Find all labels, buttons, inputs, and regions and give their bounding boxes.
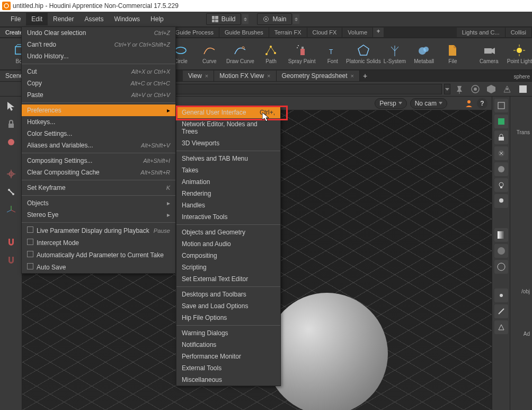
menu-item[interactable]: PasteAlt+V or Ctrl+V [22,89,175,101]
shelf-tab[interactable]: Terrain FX [269,28,307,37]
desktop-updown[interactable] [242,14,249,24]
submenu-item[interactable]: External Tools [176,362,280,374]
display-opt-2[interactable] [494,115,508,128]
magnet-icon[interactable] [4,234,19,249]
tool-platonic[interactable]: Platonic Solids [351,43,376,64]
display-sphere-icon[interactable] [494,162,508,176]
radial-updown[interactable] [293,14,299,24]
bones-icon[interactable] [4,185,19,199]
help-icon[interactable]: ? [477,98,487,109]
menu-help[interactable]: Help [145,13,169,25]
menu-item[interactable]: Preferences▸ [22,104,175,116]
select-icon[interactable] [4,99,19,114]
camera-frame-icon[interactable] [500,83,514,95]
display-bulb-icon[interactable] [494,178,508,192]
display-lock-icon[interactable] [494,130,508,144]
shading-1[interactable] [494,228,508,242]
menu-windows[interactable]: Windows [109,13,145,25]
close-icon[interactable]: × [205,73,208,79]
tool-camera[interactable]: Camera [478,43,500,64]
desktop-selector[interactable]: Build [206,13,242,25]
submenu-item[interactable]: Notifications [176,339,280,351]
magnet2-icon[interactable] [4,252,19,267]
user-icon[interactable] [464,99,474,108]
close-icon[interactable]: × [267,73,270,79]
submenu-item[interactable]: General User InterfaceCtrl+, [176,107,280,118]
shelf-tab[interactable]: Guide Brushes [219,28,269,37]
submenu-item[interactable]: Desktops and Toolbars [176,289,280,300]
menu-item[interactable]: Set KeyframeK [22,182,175,194]
render-icon[interactable] [516,83,530,95]
axes-icon[interactable] [4,203,19,217]
tool-spray[interactable]: Spray Paint [289,43,315,64]
pane-add-button[interactable]: + [360,71,370,81]
lock-icon[interactable] [4,117,19,132]
menu-item[interactable]: Undo History... [22,50,175,62]
menu-item[interactable]: Objects▸ [22,197,175,209]
menu-item[interactable]: Compositing Settings...Alt+Shift+I [22,155,175,167]
shelf-tab[interactable]: Guide Process [170,28,219,37]
submenu-item[interactable]: Set External Text Editor [176,273,280,285]
cube-icon[interactable] [484,83,498,95]
submenu-item[interactable]: Handles [176,199,280,211]
menu-item[interactable]: Auto Save [22,261,175,273]
submenu-item[interactable]: Shelves and TAB Menu [176,153,280,164]
menu-item[interactable]: Intercept Mode [22,237,175,249]
shading-3[interactable] [494,260,508,274]
pane-tab-motionfx[interactable]: Motion FX View× [214,71,276,81]
handle-icon[interactable] [4,167,19,181]
menu-render[interactable]: Render [48,13,79,25]
menu-item[interactable]: Clear Compositing CacheAlt+Shift+R [22,167,175,178]
pane-tab-view[interactable]: View× [183,71,214,81]
submenu-item[interactable]: Animation [176,176,280,188]
submenu-item[interactable]: Scripting [176,261,280,273]
submenu-item[interactable]: Compositing [176,250,280,261]
submenu-item[interactable]: Miscellaneous [176,374,280,386]
menu-item[interactable]: Hotkeys... [22,116,175,128]
submenu-item[interactable]: Save and Load Options [176,300,280,312]
submenu-item[interactable]: Interactive Tools [176,211,280,223]
display-opt-1[interactable] [494,99,508,112]
menu-item[interactable]: CutAlt+X or Ctrl+X [22,66,175,77]
pin-icon[interactable] [453,83,466,95]
tool-metaball[interactable]: Metaball [413,43,435,64]
submenu-item[interactable]: Objects and Geometry [176,226,280,238]
dot-icon[interactable] [494,289,508,302]
persp-selector[interactable]: Persp [375,98,406,109]
shading-2[interactable] [494,244,508,258]
menu-item[interactable]: Color Settings... [22,128,175,139]
submenu-item[interactable]: Network Editor, Nodes and Trees [176,118,280,137]
path-dropdown[interactable] [444,84,450,94]
menu-assets[interactable]: Assets [79,13,109,25]
sphere-object[interactable] [266,293,388,410]
shelf-tab[interactable]: Lights and C... [457,28,506,37]
submenu-item[interactable]: Takes [176,164,280,176]
shelf-tab[interactable]: Collisi [506,28,532,37]
pane-tab-geo[interactable]: Geometry Spreadsheet× [277,71,360,81]
tool-file[interactable]: File [442,43,463,64]
tool-path[interactable]: Path [260,43,281,64]
tool-pointlight[interactable]: Point Light [507,43,532,64]
snap-icon[interactable] [4,135,19,150]
tool-curve[interactable]: Curve [199,43,220,64]
submenu-item[interactable]: Warning Dialogs [176,327,280,339]
submenu-item[interactable]: Hip File Options [176,312,280,324]
shelf-add-button[interactable]: + [373,28,384,37]
eye-icon[interactable] [468,83,482,95]
tool-font[interactable]: TFont [322,43,343,64]
menu-item[interactable]: Live Parameter Display during PlaybackPa… [22,224,175,237]
menu-edit[interactable]: Edit [26,13,48,25]
menu-item[interactable]: Undo Clear selectionCtrl+Z [22,27,175,39]
display-close-icon[interactable] [494,146,508,160]
tool-lsystem[interactable]: L-System [384,43,406,64]
menu-file[interactable]: File [5,13,26,25]
tool-drawcurve[interactable]: Draw Curve [227,43,253,64]
tri-icon[interactable] [494,320,508,334]
submenu-item[interactable]: Performance Monitor [176,351,280,362]
shelf-tab[interactable]: Volume [342,28,373,37]
menu-item[interactable]: CopyAlt+C or Ctrl+C [22,77,175,89]
menu-item[interactable]: Can't redoCtrl+Y or Ctrl+Shift+Z [22,39,175,50]
display-bulb2-icon[interactable] [494,194,508,208]
menu-item[interactable]: Automatically Add Parameter to Current T… [22,249,175,261]
submenu-item[interactable]: Rendering [176,188,280,199]
